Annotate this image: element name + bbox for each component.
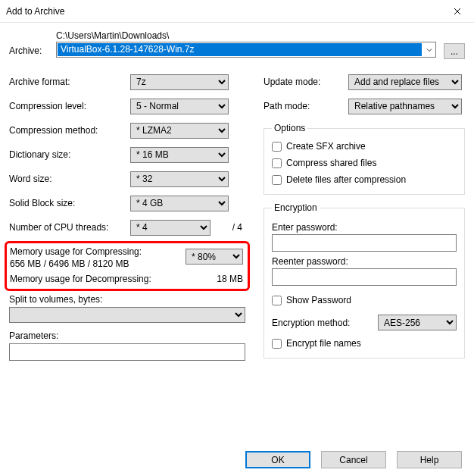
- close-button[interactable]: [440, 0, 474, 23]
- format-select[interactable]: 7z: [130, 74, 229, 90]
- sfx-checkbox-row[interactable]: Create SFX archive: [272, 138, 457, 155]
- sfx-checkbox[interactable]: [272, 142, 282, 152]
- split-select[interactable]: [9, 307, 245, 323]
- dict-label: Dictionary size:: [9, 149, 130, 160]
- browse-button[interactable]: ...: [444, 43, 465, 59]
- memd-value: 18 MB: [217, 274, 243, 284]
- params-label: Parameters:: [9, 330, 245, 341]
- cancel-button[interactable]: Cancel: [321, 451, 386, 468]
- memd-label: Memory usage for Decompressing:: [10, 274, 151, 284]
- sfx-label: Create SFX archive: [286, 141, 366, 152]
- reenter-pw-label: Reenter password:: [272, 256, 457, 267]
- showpw-label: Show Password: [286, 295, 351, 305]
- archive-filename-combo[interactable]: VirtualBox-6.1.28-147628-Win.7z: [56, 42, 436, 58]
- solid-select[interactable]: * 4 GB: [130, 196, 229, 211]
- showpw-row[interactable]: Show Password: [272, 292, 457, 308]
- button-row: OK Cancel Help: [0, 451, 474, 468]
- cpu-label: Number of CPU threads:: [9, 222, 130, 233]
- archive-label: Archive:: [9, 30, 48, 56]
- shared-label: Compress shared files: [286, 158, 376, 168]
- update-select[interactable]: Add and replace files: [348, 74, 462, 90]
- chevron-down-icon: [423, 47, 435, 53]
- options-legend: Options: [272, 123, 307, 133]
- encryption-legend: Encryption: [272, 202, 320, 213]
- delete-checkbox[interactable]: [272, 175, 282, 185]
- params-input[interactable]: [9, 343, 245, 361]
- split-label: Split to volumes, bytes:: [9, 294, 245, 305]
- cpu-total: / 4: [210, 222, 244, 233]
- memc-detail: 656 MB / 6496 MB / 8120 MB: [10, 258, 181, 270]
- help-button[interactable]: Help: [397, 451, 462, 468]
- pathmode-select[interactable]: Relative pathnames: [348, 99, 462, 114]
- options-group: Options Create SFX archive Compress shar…: [264, 123, 465, 195]
- encnames-checkbox[interactable]: [272, 339, 282, 349]
- shared-checkbox-row[interactable]: Compress shared files: [272, 155, 457, 171]
- encnames-label: Encrypt file names: [286, 338, 361, 349]
- method-label: Compression method:: [9, 125, 130, 136]
- solid-label: Solid Block size:: [9, 198, 130, 208]
- shared-checkbox[interactable]: [272, 158, 282, 168]
- archive-row: Archive: C:\Users\Martin\Downloads\ Virt…: [9, 30, 465, 59]
- delete-checkbox-row[interactable]: Delete files after compression: [272, 171, 457, 188]
- reenter-pw-input[interactable]: [272, 268, 457, 286]
- window-title: Add to Archive: [6, 6, 64, 17]
- archive-path: C:\Users\Martin\Downloads\: [56, 30, 436, 41]
- enter-pw-input[interactable]: [272, 234, 457, 252]
- pathmode-label: Path mode:: [264, 101, 348, 111]
- level-select[interactable]: 5 - Normal: [130, 99, 229, 114]
- encryption-group: Encryption Enter password: Reenter passw…: [264, 202, 465, 359]
- archive-filename: VirtualBox-6.1.28-147628-Win.7z: [58, 43, 422, 56]
- browse-label: ...: [451, 46, 458, 57]
- enter-pw-label: Enter password:: [272, 222, 457, 233]
- enc-method-select[interactable]: AES-256: [378, 315, 457, 330]
- word-select[interactable]: * 32: [130, 171, 229, 187]
- cpu-select[interactable]: * 4: [130, 220, 210, 236]
- memc-select[interactable]: * 80%: [186, 249, 243, 265]
- method-select[interactable]: * LZMA2: [130, 123, 229, 139]
- encnames-row[interactable]: Encrypt file names: [272, 335, 457, 352]
- memc-label: Memory usage for Compressing:: [10, 246, 181, 258]
- delete-label: Delete files after compression: [286, 174, 406, 185]
- update-label: Update mode:: [264, 77, 348, 87]
- ok-button[interactable]: OK: [245, 451, 310, 468]
- close-icon: [454, 8, 461, 15]
- dict-select[interactable]: * 16 MB: [130, 147, 229, 163]
- format-label: Archive format:: [9, 77, 130, 87]
- title-bar: Add to Archive: [0, 0, 474, 23]
- enc-method-label: Encryption method:: [272, 318, 372, 328]
- memory-highlight: Memory usage for Compressing: 656 MB / 6…: [5, 241, 250, 291]
- showpw-checkbox[interactable]: [272, 296, 282, 305]
- word-label: Word size:: [9, 174, 130, 184]
- level-label: Compression level:: [9, 101, 130, 111]
